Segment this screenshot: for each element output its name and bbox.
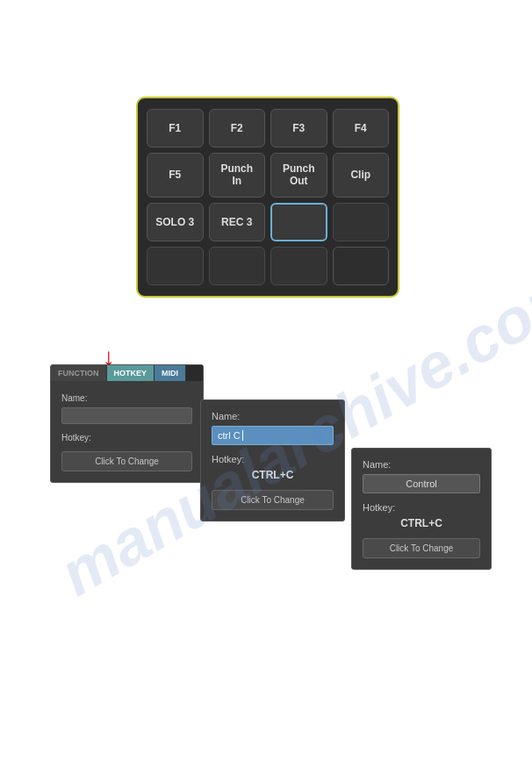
key-highlighted[interactable] <box>270 203 327 241</box>
text-cursor <box>242 430 243 441</box>
key-empty-1[interactable] <box>333 203 390 241</box>
click-to-change-btn-3[interactable]: Click To Change <box>363 538 480 558</box>
hotkey-value-2: CTRL+C <box>212 469 334 481</box>
tab-function[interactable]: FUNCTION <box>51 365 107 381</box>
key-f3[interactable]: F3 <box>270 109 327 147</box>
key-f5[interactable]: F5 <box>147 153 204 198</box>
key-empty-2[interactable] <box>147 247 204 285</box>
key-f2[interactable]: F2 <box>209 109 266 147</box>
click-to-change-btn-1[interactable]: Click To Change <box>61 451 192 471</box>
key-punch-out[interactable]: PunchOut <box>270 153 327 198</box>
key-empty-5[interactable] <box>333 247 390 285</box>
panel-function-hotkey: FUNCTION HOTKEY MIDI Name: Hotkey: Click… <box>50 364 204 483</box>
name-value-3: Control <box>363 474 480 493</box>
name-label-3: Name: <box>363 459 480 470</box>
key-solo3[interactable]: SOLO 3 <box>147 203 204 241</box>
tab-hotkey[interactable]: HOTKEY <box>107 365 155 381</box>
panel1-body: Name: Hotkey: Click To Change <box>51 381 203 482</box>
panel-name-hotkey: Name: ctrl C Hotkey: CTRL+C Click To Cha… <box>200 399 345 521</box>
key-f1[interactable]: F1 <box>147 109 204 147</box>
key-empty-3[interactable] <box>209 247 266 285</box>
key-clip[interactable]: Clip <box>333 153 390 198</box>
name-input-active[interactable]: ctrl C <box>212 426 334 445</box>
click-to-change-btn-2[interactable]: Click To Change <box>212 490 334 510</box>
name-value-2: ctrl C <box>218 430 241 441</box>
hotkey-label-1: Hotkey: <box>61 433 192 442</box>
hotkey-label-3: Hotkey: <box>363 502 480 513</box>
name-label-1: Name: <box>61 393 192 403</box>
name-input-1[interactable] <box>61 407 192 424</box>
keypad-panel: F1 F2 F3 F4 F5 PunchIn PunchOut Clip SOL… <box>136 97 399 298</box>
keypad-grid: F1 F2 F3 F4 F5 PunchIn PunchOut Clip SOL… <box>147 109 389 285</box>
key-punch-in[interactable]: PunchIn <box>209 153 266 198</box>
panel-control: Name: Control Hotkey: CTRL+C Click To Ch… <box>351 448 492 570</box>
tab-bar: FUNCTION HOTKEY MIDI <box>51 365 203 381</box>
key-rec3[interactable]: REC 3 <box>209 203 266 241</box>
key-empty-4[interactable] <box>270 247 327 285</box>
hotkey-label-2: Hotkey: <box>212 454 334 464</box>
key-f4[interactable]: F4 <box>333 109 390 147</box>
tab-midi[interactable]: MIDI <box>155 365 186 381</box>
hotkey-value-3: CTRL+C <box>363 517 480 529</box>
name-label-2: Name: <box>212 411 334 421</box>
